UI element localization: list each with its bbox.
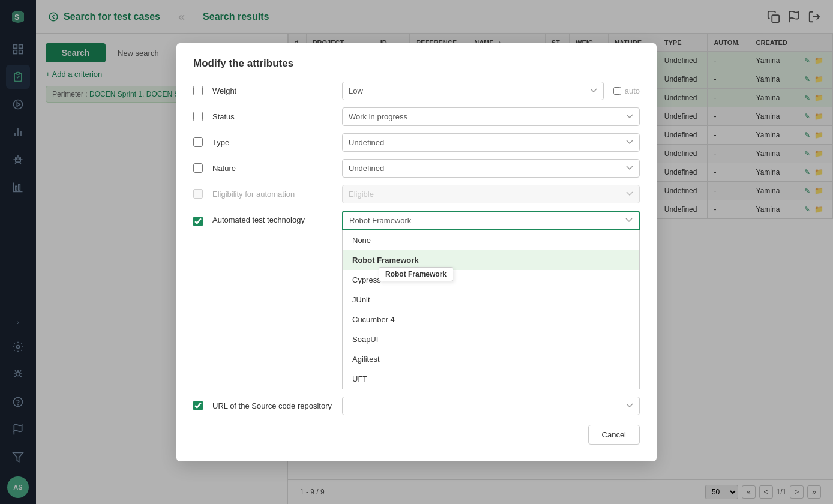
automated-tech-dropdown-trigger[interactable]: Robot Framework	[342, 211, 640, 230]
dropdown-option-robot-framework[interactable]: Robot Framework Robot Framework	[343, 250, 639, 270]
dropdown-option-none[interactable]: None	[343, 230, 639, 250]
robot-framework-tooltip: Robot Framework	[379, 267, 453, 281]
modal-overlay[interactable]: Modify the attributes Weight Low auto St…	[0, 0, 833, 504]
weight-checkbox[interactable]	[193, 86, 203, 95]
auto-checkbox-input[interactable]	[613, 87, 621, 95]
nature-label: Nature	[212, 164, 332, 173]
status-row: Status Work in progress	[193, 107, 640, 126]
automated-tech-dropdown-wrapper: Robot Framework None Robot Framework Rob…	[342, 211, 640, 389]
status-select[interactable]: Work in progress	[342, 107, 640, 126]
url-source-row: URL of the Source code repository	[193, 397, 640, 415]
automated-tech-label: Automated test technology	[212, 215, 332, 224]
automated-tech-dropdown-list: None Robot Framework Robot Framework Cyp…	[342, 230, 640, 389]
cancel-button[interactable]: Cancel	[588, 425, 640, 445]
modify-attributes-modal: Modify the attributes Weight Low auto St…	[176, 43, 657, 461]
automated-tech-checkbox[interactable]	[193, 217, 203, 226]
weight-row: Weight Low auto	[193, 82, 640, 100]
dropdown-option-agilitest[interactable]: Agilitest	[343, 349, 639, 369]
dropdown-option-cucumber4[interactable]: Cucumber 4	[343, 310, 639, 329]
eligibility-checkbox	[193, 189, 203, 199]
type-label: Type	[212, 138, 332, 147]
status-checkbox[interactable]	[193, 112, 203, 121]
modal-footer: Cancel	[193, 425, 640, 445]
status-label: Status	[212, 112, 332, 121]
auto-label: auto	[625, 86, 640, 95]
url-source-select[interactable]	[342, 397, 640, 415]
eligibility-row: Eligibility for automation Eligible	[193, 185, 640, 203]
eligibility-select: Eligible	[342, 185, 640, 203]
automated-tech-row: Automated test technology Robot Framewor…	[193, 211, 640, 389]
dropdown-option-soapui[interactable]: SoapUI	[343, 329, 639, 349]
dropdown-option-junit[interactable]: JUnit	[343, 290, 639, 310]
dropdown-option-uft[interactable]: UFT	[343, 369, 639, 389]
type-checkbox[interactable]	[193, 137, 203, 147]
url-source-label: URL of the Source code repository	[212, 401, 332, 410]
automated-tech-selected-value: Robot Framework	[349, 216, 411, 225]
weight-label: Weight	[212, 86, 332, 95]
nature-row: Nature Undefined	[193, 159, 640, 178]
weight-select[interactable]: Low	[342, 82, 604, 100]
nature-select[interactable]: Undefined	[342, 159, 640, 178]
nature-checkbox[interactable]	[193, 163, 203, 173]
type-select[interactable]: Undefined	[342, 133, 640, 152]
modal-title: Modify the attributes	[193, 58, 640, 70]
chevron-down-icon	[625, 218, 633, 223]
url-source-checkbox[interactable]	[193, 401, 203, 410]
eligibility-label: Eligibility for automation	[212, 190, 332, 199]
auto-checkbox-weight: auto	[613, 86, 640, 95]
type-row: Type Undefined	[193, 133, 640, 152]
